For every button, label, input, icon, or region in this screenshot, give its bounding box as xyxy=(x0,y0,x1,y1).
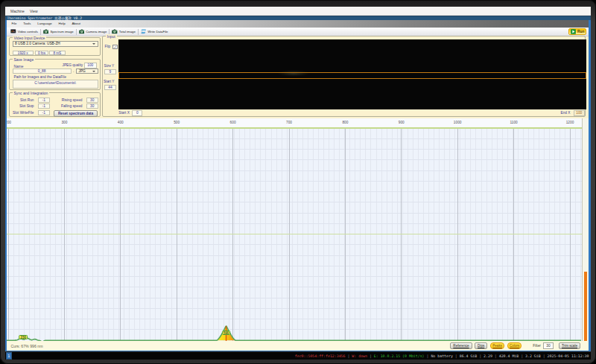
image-format-select[interactable]: JPG xyxy=(76,68,98,74)
camera-preview[interactable] xyxy=(118,39,587,109)
slot-value-0[interactable]: -1 xyxy=(38,98,50,103)
camera-icon xyxy=(112,29,118,34)
video-info-0: 1920 x xyxy=(13,51,34,56)
status-separator: | xyxy=(519,354,525,358)
spectrum-chart[interactable]: 2003004005006007008009001000110012002305… xyxy=(7,118,589,341)
slot-label-0: Slot Run xyxy=(11,98,34,102)
reset-spectrum-button[interactable]: Reset spectrum data xyxy=(54,110,98,117)
speed-value-0[interactable]: 30 xyxy=(86,98,98,103)
x-axis-label: 400 xyxy=(118,121,124,124)
video-input-title: Video Input Device xyxy=(13,36,47,40)
video-device-value: 8 USB 2.0 Camera: USB-ZH xyxy=(13,42,60,45)
status-separator: | xyxy=(492,354,499,358)
video-controls-icon xyxy=(10,29,16,34)
button-dips[interactable]: Dips xyxy=(475,342,487,349)
menu-file[interactable]: File xyxy=(8,20,20,28)
x-axis-label: 1100 xyxy=(510,121,517,124)
menu-language[interactable]: Language xyxy=(34,20,55,28)
workspace-button[interactable]: 1 xyxy=(6,352,12,359)
camera-icon xyxy=(43,29,49,34)
slot-value-1[interactable]: -1 xyxy=(38,103,50,109)
end-x-label: End X xyxy=(561,111,571,115)
input-title: Input xyxy=(106,34,117,39)
size-y-value[interactable]: 9 xyxy=(104,69,117,74)
x-axis-label: 600 xyxy=(230,121,236,124)
video-device-select[interactable]: 8 USB 2.0 Camera: USB-ZH xyxy=(13,41,98,47)
x-axis-label: 700 xyxy=(286,121,292,124)
chevron-down-icon xyxy=(92,43,95,45)
menu-tools[interactable]: Tools xyxy=(20,20,34,28)
x-axis-label: 900 xyxy=(399,121,405,124)
qemu-menu-view[interactable]: View xyxy=(27,7,40,16)
speed-label-1: Falling speed xyxy=(59,104,83,108)
image-name-input[interactable]: 0_88 xyxy=(13,68,72,74)
image-format-value: JPG xyxy=(77,69,86,73)
end-x-value[interactable]: 100 xyxy=(574,110,585,115)
menu-about[interactable]: About xyxy=(69,20,83,28)
toolbar-button-label: Spectrum image xyxy=(50,30,73,33)
status-segment: 3.2 GiB xyxy=(525,354,541,358)
filter-value[interactable]: 30 xyxy=(543,342,554,348)
size-y-label: Size Y xyxy=(104,64,115,68)
check-icon: ✓ xyxy=(114,45,118,49)
slot-value-2[interactable]: -1 xyxy=(38,110,50,115)
peak-label-590: 590 xyxy=(222,331,231,335)
start-y-value[interactable]: 44 xyxy=(104,85,117,90)
i3-statusbar: 1fec0::5054:ff:fe12:3456 | W: down | E: … xyxy=(5,352,591,360)
path-input[interactable]: C:\users\user\Documents\ xyxy=(13,80,98,89)
app-menubar: FileToolsLanguageHelpAbout xyxy=(7,20,589,28)
toolbar-separator xyxy=(40,29,41,35)
toolbar-button-video-controls[interactable]: Video controls xyxy=(10,28,39,36)
toolbar-button-spectrum-image[interactable]: Spectrum image xyxy=(42,28,74,36)
toolbar-button-label: Write DataFile xyxy=(148,30,168,33)
plot-area[interactable]: 230590 xyxy=(7,127,582,342)
run-button[interactable]: Run xyxy=(568,28,586,35)
dot-label: . xyxy=(73,69,74,73)
play-icon xyxy=(571,29,576,34)
status-separator: | xyxy=(425,354,431,358)
status-separator: | xyxy=(367,354,374,358)
toolbar-button-label: Total image xyxy=(119,30,136,33)
status-segment: No battery xyxy=(431,354,452,358)
speed-value-1[interactable]: 30 xyxy=(86,103,98,109)
status-segment: 2.29 xyxy=(484,354,492,358)
peak-label-230: 230 xyxy=(19,335,28,339)
x-axis-label: 800 xyxy=(342,121,348,124)
status-segment: 86.4 GiB xyxy=(460,354,478,358)
status-segment: W: down xyxy=(352,354,367,358)
toolbar-button-label: Video controls xyxy=(18,30,38,33)
status-segment: fec0::5054:ff:fe12:3456 xyxy=(295,354,346,358)
flip-checkbox[interactable]: ✓ xyxy=(112,45,118,50)
status-segment: 2025-04-05 11:12:30 xyxy=(548,354,589,358)
button-colors[interactable]: Colors xyxy=(507,342,522,349)
save-image-title: Save Image xyxy=(13,57,36,62)
qemu-menu-machine[interactable]: Machine xyxy=(8,7,28,16)
x-axis-label: 1000 xyxy=(454,121,462,124)
x-axis-label: 1200 xyxy=(566,121,574,124)
level-bar xyxy=(584,272,587,341)
jpeg-quality-value[interactable]: 100 xyxy=(84,63,97,68)
toolbar-button-write-datafile[interactable]: Write DataFile xyxy=(139,28,169,36)
qemu-menubar: MachineView xyxy=(5,7,591,16)
sync-group: Sync and IntegrationSlot Run-1Slot Stop-… xyxy=(9,92,101,117)
toolbar-separator xyxy=(138,29,139,35)
start-y-label: Start Y xyxy=(104,80,115,83)
flip-label: Flip xyxy=(105,45,111,48)
menu-help[interactable]: Help xyxy=(55,20,69,28)
chevron-down-icon xyxy=(92,71,95,72)
button-reference[interactable]: Reference xyxy=(450,342,472,349)
trim-scale-button[interactable]: Trim scale xyxy=(559,342,580,349)
run-label: Run xyxy=(577,30,584,33)
start-x-value[interactable]: 0 xyxy=(132,110,142,115)
toolbar-button-label: Camera image xyxy=(86,30,107,33)
button-peaks[interactable]: Peaks xyxy=(490,342,504,349)
status-separator: | xyxy=(541,354,548,358)
toolbar-button-camera-image[interactable]: Camera image xyxy=(77,28,108,36)
x-axis-label: 500 xyxy=(174,121,180,124)
video-info-2: 8 mS xyxy=(49,51,66,56)
selection-rect[interactable] xyxy=(118,72,587,80)
name-label: Name xyxy=(14,65,24,68)
level-strip xyxy=(582,118,589,341)
path-label: Path for Images and the DataFile xyxy=(14,75,66,79)
spectrometer-app-window: FileToolsLanguageHelpAbout Video control… xyxy=(5,20,591,351)
